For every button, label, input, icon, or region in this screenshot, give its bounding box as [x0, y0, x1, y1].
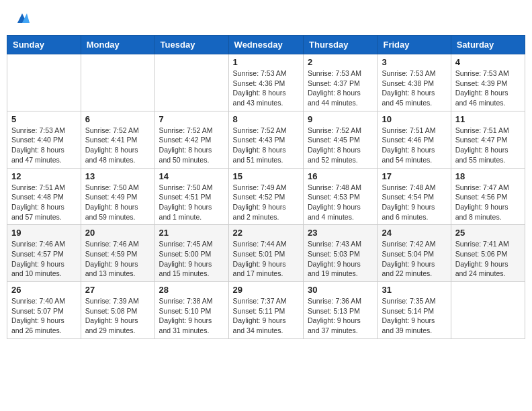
day-number: 1 — [233, 57, 299, 67]
calendar-cell: 21Sunrise: 7:45 AM Sunset: 5:00 PM Dayli… — [154, 225, 228, 282]
calendar-cell: 7Sunrise: 7:52 AM Sunset: 4:42 PM Daylig… — [154, 111, 228, 168]
calendar-cell: 10Sunrise: 7:51 AM Sunset: 4:46 PM Dayli… — [378, 111, 451, 168]
calendar-cell: 13Sunrise: 7:50 AM Sunset: 4:49 PM Dayli… — [81, 168, 154, 225]
calendar-cell: 3Sunrise: 7:53 AM Sunset: 4:38 PM Daylig… — [378, 54, 451, 111]
day-info: Sunrise: 7:49 AM Sunset: 4:52 PM Dayligh… — [233, 183, 299, 222]
calendar-cell: 14Sunrise: 7:50 AM Sunset: 4:51 PM Dayli… — [154, 168, 228, 225]
day-info: Sunrise: 7:52 AM Sunset: 4:41 PM Dayligh… — [85, 126, 150, 165]
calendar-header-friday: Friday — [378, 36, 451, 54]
day-info: Sunrise: 7:45 AM Sunset: 5:00 PM Dayligh… — [159, 239, 224, 279]
calendar-cell: 30Sunrise: 7:36 AM Sunset: 5:13 PM Dayli… — [304, 282, 378, 339]
day-number: 26 — [11, 285, 77, 295]
day-number: 15 — [233, 171, 299, 181]
calendar-cell: 4Sunrise: 7:53 AM Sunset: 4:39 PM Daylig… — [451, 54, 525, 111]
calendar-cell: 15Sunrise: 7:49 AM Sunset: 4:52 PM Dayli… — [228, 168, 303, 225]
day-number: 2 — [308, 57, 373, 67]
week-row-5: 26Sunrise: 7:40 AM Sunset: 5:07 PM Dayli… — [7, 282, 525, 339]
calendar-cell: 23Sunrise: 7:43 AM Sunset: 5:03 PM Dayli… — [304, 225, 378, 282]
day-number: 10 — [382, 114, 446, 124]
calendar-cell: 22Sunrise: 7:44 AM Sunset: 5:01 PM Dayli… — [228, 225, 303, 282]
day-info: Sunrise: 7:50 AM Sunset: 4:49 PM Dayligh… — [85, 183, 150, 222]
day-info: Sunrise: 7:39 AM Sunset: 5:08 PM Dayligh… — [85, 296, 150, 336]
calendar-cell: 26Sunrise: 7:40 AM Sunset: 5:07 PM Dayli… — [7, 282, 81, 339]
calendar-cell — [7, 54, 81, 111]
day-number: 17 — [382, 171, 446, 181]
day-number: 21 — [159, 228, 224, 238]
day-info: Sunrise: 7:53 AM Sunset: 4:38 PM Dayligh… — [382, 68, 446, 108]
day-number: 28 — [159, 285, 224, 295]
day-number: 3 — [382, 57, 446, 67]
calendar-cell — [81, 54, 154, 111]
week-row-4: 19Sunrise: 7:46 AM Sunset: 4:57 PM Dayli… — [7, 225, 525, 282]
calendar-cell: 18Sunrise: 7:47 AM Sunset: 4:56 PM Dayli… — [451, 168, 525, 225]
calendar-cell: 1Sunrise: 7:53 AM Sunset: 4:36 PM Daylig… — [228, 54, 303, 111]
day-info: Sunrise: 7:35 AM Sunset: 5:14 PM Dayligh… — [382, 296, 446, 336]
day-number: 6 — [85, 114, 150, 124]
calendar-cell: 24Sunrise: 7:42 AM Sunset: 5:04 PM Dayli… — [378, 225, 451, 282]
day-number: 25 — [455, 228, 521, 238]
day-number: 13 — [85, 171, 150, 181]
day-info: Sunrise: 7:46 AM Sunset: 4:57 PM Dayligh… — [11, 239, 77, 279]
calendar-header-thursday: Thursday — [304, 36, 378, 54]
day-info: Sunrise: 7:38 AM Sunset: 5:10 PM Dayligh… — [159, 296, 224, 336]
day-info: Sunrise: 7:42 AM Sunset: 5:04 PM Dayligh… — [382, 239, 446, 279]
day-info: Sunrise: 7:37 AM Sunset: 5:11 PM Dayligh… — [233, 296, 299, 336]
day-number: 14 — [159, 171, 224, 181]
day-number: 8 — [233, 114, 299, 124]
day-number: 27 — [85, 285, 150, 295]
day-info: Sunrise: 7:44 AM Sunset: 5:01 PM Dayligh… — [233, 239, 299, 279]
calendar-cell: 6Sunrise: 7:52 AM Sunset: 4:41 PM Daylig… — [81, 111, 154, 168]
day-info: Sunrise: 7:41 AM Sunset: 5:06 PM Dayligh… — [455, 239, 521, 279]
day-info: Sunrise: 7:53 AM Sunset: 4:39 PM Dayligh… — [455, 68, 521, 108]
calendar-cell: 8Sunrise: 7:52 AM Sunset: 4:43 PM Daylig… — [228, 111, 303, 168]
day-number: 9 — [308, 114, 373, 124]
day-number: 22 — [233, 228, 299, 238]
day-info: Sunrise: 7:47 AM Sunset: 4:56 PM Dayligh… — [455, 183, 521, 222]
calendar-cell: 31Sunrise: 7:35 AM Sunset: 5:14 PM Dayli… — [378, 282, 451, 339]
calendar-cell: 2Sunrise: 7:53 AM Sunset: 4:37 PM Daylig… — [304, 54, 378, 111]
day-number: 5 — [11, 114, 77, 124]
calendar-header-wednesday: Wednesday — [228, 36, 303, 54]
logo-icon — [15, 11, 30, 26]
calendar-cell: 27Sunrise: 7:39 AM Sunset: 5:08 PM Dayli… — [81, 282, 154, 339]
calendar-header-monday: Monday — [81, 36, 154, 54]
day-info: Sunrise: 7:48 AM Sunset: 4:53 PM Dayligh… — [308, 183, 373, 222]
calendar-header-saturday: Saturday — [451, 36, 525, 54]
calendar-cell: 17Sunrise: 7:48 AM Sunset: 4:54 PM Dayli… — [378, 168, 451, 225]
day-number: 19 — [11, 228, 77, 238]
calendar-cell: 20Sunrise: 7:46 AM Sunset: 4:59 PM Dayli… — [81, 225, 154, 282]
week-row-1: 1Sunrise: 7:53 AM Sunset: 4:36 PM Daylig… — [7, 54, 525, 111]
calendar-cell: 5Sunrise: 7:53 AM Sunset: 4:40 PM Daylig… — [7, 111, 81, 168]
calendar-cell — [451, 282, 525, 339]
day-info: Sunrise: 7:52 AM Sunset: 4:42 PM Dayligh… — [159, 126, 224, 165]
day-number: 11 — [455, 114, 521, 124]
day-info: Sunrise: 7:51 AM Sunset: 4:48 PM Dayligh… — [11, 183, 77, 222]
day-info: Sunrise: 7:51 AM Sunset: 4:46 PM Dayligh… — [382, 126, 446, 165]
day-info: Sunrise: 7:50 AM Sunset: 4:51 PM Dayligh… — [159, 183, 224, 222]
calendar-cell: 12Sunrise: 7:51 AM Sunset: 4:48 PM Dayli… — [7, 168, 81, 225]
day-number: 30 — [308, 285, 373, 295]
day-number: 24 — [382, 228, 446, 238]
day-number: 7 — [159, 114, 224, 124]
calendar-header-sunday: Sunday — [7, 36, 81, 54]
day-info: Sunrise: 7:48 AM Sunset: 4:54 PM Dayligh… — [382, 183, 446, 222]
calendar-cell: 11Sunrise: 7:51 AM Sunset: 4:47 PM Dayli… — [451, 111, 525, 168]
day-info: Sunrise: 7:43 AM Sunset: 5:03 PM Dayligh… — [308, 239, 373, 279]
calendar-table: SundayMondayTuesdayWednesdayThursdayFrid… — [7, 35, 525, 339]
calendar-cell: 19Sunrise: 7:46 AM Sunset: 4:57 PM Dayli… — [7, 225, 81, 282]
calendar-cell: 16Sunrise: 7:48 AM Sunset: 4:53 PM Dayli… — [304, 168, 378, 225]
day-number: 23 — [308, 228, 373, 238]
day-number: 12 — [11, 171, 77, 181]
day-info: Sunrise: 7:46 AM Sunset: 4:59 PM Dayligh… — [85, 239, 150, 279]
calendar-header-row: SundayMondayTuesdayWednesdayThursdayFrid… — [7, 36, 525, 54]
day-number: 29 — [233, 285, 299, 295]
week-row-2: 5Sunrise: 7:53 AM Sunset: 4:40 PM Daylig… — [7, 111, 525, 168]
day-info: Sunrise: 7:53 AM Sunset: 4:40 PM Dayligh… — [11, 126, 77, 165]
day-number: 4 — [455, 57, 521, 67]
day-info: Sunrise: 7:40 AM Sunset: 5:07 PM Dayligh… — [11, 296, 77, 336]
day-info: Sunrise: 7:53 AM Sunset: 4:36 PM Dayligh… — [233, 68, 299, 108]
day-number: 18 — [455, 171, 521, 181]
day-info: Sunrise: 7:53 AM Sunset: 4:37 PM Dayligh… — [308, 68, 373, 108]
calendar-cell: 25Sunrise: 7:41 AM Sunset: 5:06 PM Dayli… — [451, 225, 525, 282]
page-header — [7, 7, 525, 30]
